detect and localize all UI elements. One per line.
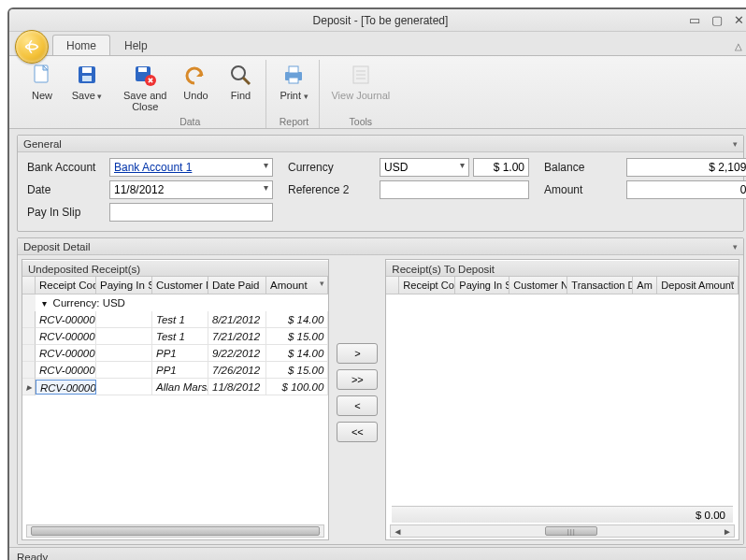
row-selector-header[interactable]: [22, 277, 36, 294]
receipts-to-deposit-panel: Receipt(s) To Deposit Receipt Code Payin…: [385, 259, 739, 540]
reference2-label: Reference 2: [288, 183, 372, 196]
close-icon[interactable]: ✕: [734, 9, 744, 32]
col-paying-in-slip[interactable]: Paying In Slip: [96, 277, 152, 294]
col-deposit-amount-r[interactable]: Deposit Amount: [657, 277, 739, 294]
new-button[interactable]: New: [22, 60, 62, 103]
amount-field: 0.00: [626, 180, 746, 199]
col-customer-name[interactable]: Customer Na...: [152, 277, 208, 294]
undeposited-header: Undeposited Receipt(s): [22, 260, 328, 277]
group-row[interactable]: ▾ Currency: USD: [22, 294, 328, 311]
status-text: Ready: [17, 552, 48, 560]
minimize-icon[interactable]: ▭: [689, 9, 700, 32]
row-selector-header[interactable]: [386, 277, 399, 294]
deposit-total: $ 0.00: [392, 506, 733, 523]
undeposited-grid[interactable]: Receipt Code Paying In Slip Customer Na.…: [22, 277, 328, 395]
balance-field: $ 2,109.63: [626, 158, 746, 177]
save-close-icon: [132, 62, 158, 88]
svg-rect-10: [289, 66, 298, 73]
currency-value: USD: [384, 161, 408, 174]
app-window: Deposit - [To be generated] ▭ ▢ ✕ Home H…: [7, 7, 746, 560]
move-right-all-button[interactable]: >>: [337, 369, 378, 390]
currency-rate-field[interactable]: $ 1.00: [473, 158, 529, 177]
print-icon: [280, 62, 307, 88]
table-row[interactable]: RCV-000003Test 18/21/2012$ 14.00: [22, 311, 328, 328]
balance-value: $ 2,109.63: [709, 161, 746, 174]
save-close-label: Save and Close: [123, 90, 166, 112]
col-amount[interactable]: Amount: [266, 277, 328, 294]
view-journal-button: View Journal: [327, 60, 394, 103]
table-row[interactable]: RCV-000004Test 17/21/2012$ 15.00: [22, 328, 328, 345]
window-title: Deposit - [To be generated]: [313, 14, 449, 27]
col-transaction-date-r[interactable]: Transaction Date: [567, 277, 633, 294]
amount-label: Amount: [544, 183, 619, 196]
table-row[interactable]: RCV-000005PP19/22/2012$ 14.00: [22, 345, 328, 362]
col-customer-name-r[interactable]: Customer Name: [509, 277, 567, 294]
to-deposit-header: Receipt(s) To Deposit: [386, 260, 739, 277]
transfer-buttons: > >> < <<: [333, 259, 381, 540]
currency-field[interactable]: USD: [380, 158, 469, 177]
deposit-detail-panel: Deposit Detail Undeposited Receipt(s) Re…: [17, 237, 744, 545]
deposit-detail-header[interactable]: Deposit Detail: [18, 238, 743, 255]
save-and-close-button[interactable]: Save and Close: [120, 60, 170, 114]
deposit-total-value: $ 0.00: [696, 510, 725, 521]
ribbon-collapse-icon[interactable]: △: [735, 41, 742, 51]
status-bar: Ready: [9, 547, 746, 560]
undo-button[interactable]: Undo: [176, 60, 215, 103]
bank-account-value: Bank Account 1: [114, 161, 192, 174]
date-value: 11/8/2012: [114, 183, 164, 196]
move-right-button[interactable]: >: [337, 343, 378, 364]
date-field[interactable]: 11/8/2012: [109, 180, 273, 199]
find-button[interactable]: Find: [221, 60, 260, 103]
svg-rect-11: [289, 78, 298, 83]
tab-help[interactable]: Help: [110, 35, 162, 55]
undo-icon: [182, 62, 208, 88]
new-label: New: [32, 90, 52, 101]
view-journal-label: View Journal: [331, 90, 390, 101]
journal-icon: [348, 62, 374, 88]
find-label: Find: [231, 90, 251, 101]
undo-label: Undo: [183, 90, 208, 101]
col-am-r[interactable]: Am: [633, 277, 657, 294]
bank-account-field[interactable]: Bank Account 1: [109, 158, 273, 177]
print-button[interactable]: Print: [274, 60, 313, 104]
new-icon: [29, 62, 55, 88]
table-row[interactable]: RCV-000006PP17/26/2012$ 15.00: [22, 362, 328, 379]
right-scrollbar[interactable]: ◄|||►: [390, 524, 735, 538]
col-date-paid[interactable]: Date Paid: [208, 277, 266, 294]
ribbon-group-data: Data: [120, 115, 260, 128]
ribbon-tabs: Home Help △: [9, 32, 746, 56]
left-scrollbar[interactable]: ◄►: [26, 524, 324, 538]
group-label: Currency: USD: [53, 297, 125, 309]
save-label: Save: [72, 90, 95, 101]
svg-rect-3: [82, 76, 92, 81]
col-receipt-code[interactable]: Receipt Code: [36, 277, 96, 294]
to-deposit-grid[interactable]: Receipt Code Paying In Slip Customer Nam…: [386, 277, 739, 294]
table-row[interactable]: ▸RCV-000007Allan Marsh11/8/2012$ 100.00: [22, 379, 328, 395]
find-icon: [227, 62, 253, 88]
currency-rate-value: $ 1.00: [494, 161, 524, 174]
col-receipt-code-r[interactable]: Receipt Code: [399, 277, 455, 294]
print-label: Print: [280, 90, 301, 101]
app-menu-button[interactable]: [15, 30, 49, 64]
col-paying-in-slip-r[interactable]: Paying In Slip: [455, 277, 509, 294]
move-left-button[interactable]: <: [337, 395, 378, 416]
svg-point-7: [232, 66, 245, 79]
tab-home[interactable]: Home: [52, 35, 110, 55]
date-label: Date: [27, 183, 102, 196]
save-button[interactable]: Save: [67, 60, 107, 104]
content-area: General Bank Account Bank Account 1 Curr…: [9, 129, 746, 547]
amount-value: 0.00: [740, 183, 746, 196]
title-bar: Deposit - [To be generated] ▭ ▢ ✕: [9, 9, 746, 32]
maximize-icon[interactable]: ▢: [711, 9, 723, 32]
currency-label: Currency: [288, 161, 372, 174]
pay-in-slip-field[interactable]: [109, 203, 273, 222]
svg-rect-5: [138, 67, 147, 72]
general-panel: General Bank Account Bank Account 1 Curr…: [17, 135, 744, 232]
ribbon-group-report: Report: [274, 115, 313, 128]
general-header[interactable]: General: [18, 136, 743, 152]
move-left-all-button[interactable]: <<: [337, 422, 378, 442]
reference2-field[interactable]: [380, 180, 529, 199]
pay-in-slip-label: Pay In Slip: [27, 206, 102, 219]
ribbon-group-tools: Tools: [327, 115, 394, 128]
ribbon: New Save Save and Close Undo: [9, 56, 746, 129]
